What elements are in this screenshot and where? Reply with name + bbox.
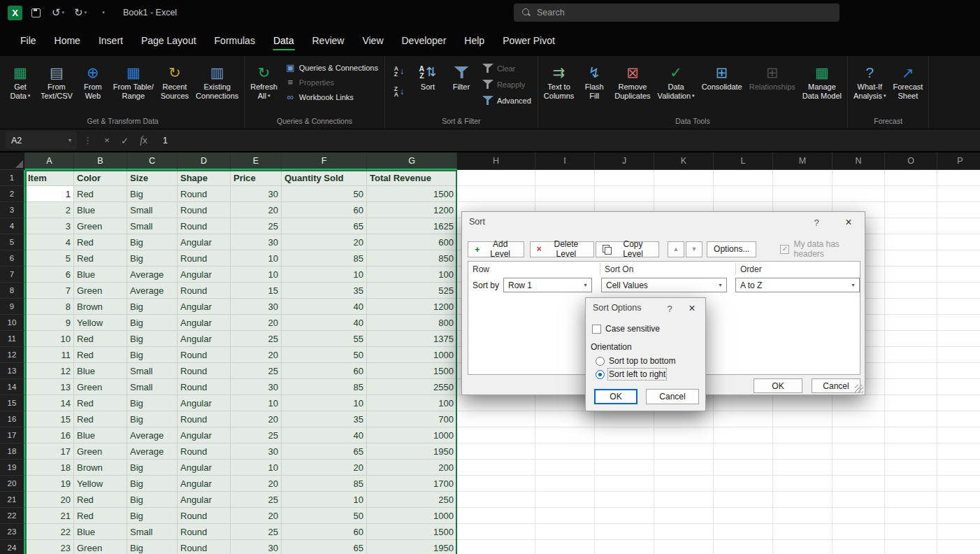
flash-fill-button[interactable]: ↯FlashFill bbox=[578, 57, 610, 113]
sort-options-ok-button[interactable]: OK bbox=[594, 389, 637, 404]
cancel-icon[interactable]: × bbox=[99, 135, 115, 145]
cell-F9[interactable]: 40 bbox=[282, 299, 367, 315]
column-header-A[interactable]: A bbox=[25, 152, 74, 170]
cell-H20[interactable] bbox=[457, 476, 535, 492]
cell-E13[interactable]: 25 bbox=[231, 363, 282, 379]
cell-E14[interactable]: 30 bbox=[231, 379, 282, 395]
cell-G12[interactable]: 1000 bbox=[367, 347, 457, 363]
cell-C20[interactable]: Big bbox=[127, 476, 178, 492]
cell-P12[interactable] bbox=[937, 347, 980, 363]
cell-F24[interactable]: 65 bbox=[282, 540, 367, 554]
cell-I19[interactable] bbox=[535, 460, 595, 476]
cell-C19[interactable]: Big bbox=[127, 460, 178, 476]
cell-A6[interactable]: 5 bbox=[25, 250, 74, 267]
row-header-23[interactable]: 23 bbox=[0, 524, 25, 540]
cell-K22[interactable] bbox=[654, 508, 714, 524]
cell-B23[interactable]: Blue bbox=[74, 524, 127, 540]
existing-connections-button[interactable]: ▥ExistingConnections bbox=[193, 57, 241, 113]
cell-C13[interactable]: Small bbox=[127, 363, 178, 379]
from-table-range-button[interactable]: ▦From Table/Range bbox=[110, 57, 157, 113]
cell-F11[interactable]: 55 bbox=[282, 331, 367, 347]
cell-B15[interactable]: Red bbox=[74, 395, 127, 411]
cell-O14[interactable] bbox=[885, 379, 937, 395]
cell-D11[interactable]: Angular bbox=[178, 331, 231, 347]
cell-A12[interactable]: 11 bbox=[25, 347, 74, 363]
sort-options-cancel-button[interactable]: Cancel bbox=[646, 389, 699, 404]
cell-D22[interactable]: Round bbox=[178, 508, 231, 524]
cell-C9[interactable]: Big bbox=[127, 299, 178, 315]
cell-L2[interactable] bbox=[714, 186, 773, 202]
cell-F5[interactable]: 20 bbox=[282, 234, 367, 250]
cell-P1[interactable] bbox=[937, 170, 980, 186]
cell-O13[interactable] bbox=[885, 363, 937, 379]
row-header-7[interactable]: 7 bbox=[0, 267, 25, 283]
cell-P19[interactable] bbox=[937, 460, 980, 476]
cell-A18[interactable]: 17 bbox=[25, 443, 74, 460]
cell-P15[interactable] bbox=[937, 395, 980, 411]
row-header-16[interactable]: 16 bbox=[0, 411, 25, 427]
enter-icon[interactable]: ✓ bbox=[115, 135, 134, 146]
cell-A16[interactable]: 15 bbox=[25, 411, 74, 427]
cell-H15[interactable] bbox=[457, 395, 535, 411]
cell-P3[interactable] bbox=[937, 202, 980, 218]
cell-O21[interactable] bbox=[885, 492, 937, 508]
cell-C17[interactable]: Average bbox=[127, 427, 178, 443]
cell-F2[interactable]: 50 bbox=[282, 186, 367, 202]
add-level-button[interactable]: +Add Level bbox=[468, 241, 524, 257]
column-header-C[interactable]: C bbox=[127, 152, 178, 170]
search-box[interactable]: Search bbox=[514, 3, 840, 22]
cell-B10[interactable]: Yellow bbox=[74, 315, 127, 331]
cell-E11[interactable]: 25 bbox=[231, 331, 282, 347]
cell-O19[interactable] bbox=[885, 460, 937, 476]
manage-data-model-button[interactable]: ▦ManageData Model bbox=[800, 57, 844, 113]
cell-M23[interactable] bbox=[773, 524, 833, 540]
tab-file[interactable]: File bbox=[11, 30, 45, 51]
cell-O8[interactable] bbox=[885, 283, 937, 299]
cell-A4[interactable]: 3 bbox=[25, 218, 74, 234]
cell-P14[interactable] bbox=[937, 379, 980, 395]
cell-B22[interactable]: Red bbox=[74, 508, 127, 524]
cell-M19[interactable] bbox=[773, 460, 833, 476]
cell-B20[interactable]: Yellow bbox=[74, 476, 127, 492]
cell-O11[interactable] bbox=[885, 331, 937, 347]
cell-G22[interactable]: 1000 bbox=[367, 508, 457, 524]
cell-B14[interactable]: Green bbox=[74, 379, 127, 395]
cell-A9[interactable]: 8 bbox=[25, 299, 74, 315]
move-level-up-button[interactable]: ▲ bbox=[668, 241, 684, 257]
cell-O2[interactable] bbox=[885, 186, 937, 202]
consolidate-button[interactable]: ⊞Consolidate bbox=[699, 57, 745, 113]
cell-F22[interactable]: 50 bbox=[282, 508, 367, 524]
row-header-2[interactable]: 2 bbox=[0, 186, 25, 202]
redo-button[interactable]: ↻▾ bbox=[71, 3, 89, 22]
cell-C4[interactable]: Small bbox=[127, 218, 178, 234]
cell-A17[interactable]: 16 bbox=[25, 427, 74, 443]
cell-N2[interactable] bbox=[833, 186, 885, 202]
cell-N15[interactable] bbox=[833, 395, 885, 411]
cell-E16[interactable]: 20 bbox=[231, 411, 282, 427]
cell-A5[interactable]: 4 bbox=[25, 234, 74, 250]
undo-button[interactable]: ↺▾ bbox=[49, 3, 67, 22]
row-header-12[interactable]: 12 bbox=[0, 347, 25, 363]
cell-M15[interactable] bbox=[773, 395, 833, 411]
cell-C11[interactable]: Big bbox=[127, 331, 178, 347]
tab-developer[interactable]: Developer bbox=[393, 30, 456, 51]
cell-P7[interactable] bbox=[937, 267, 980, 283]
cell-B19[interactable]: Brown bbox=[74, 460, 127, 476]
cell-E12[interactable]: 20 bbox=[231, 347, 282, 363]
cell-F12[interactable]: 50 bbox=[282, 347, 367, 363]
column-header-L[interactable]: L bbox=[714, 152, 773, 170]
cell-G13[interactable]: 1500 bbox=[367, 363, 457, 379]
tab-data[interactable]: Data bbox=[264, 30, 303, 51]
cell-P10[interactable] bbox=[937, 315, 980, 331]
cell-I1[interactable] bbox=[535, 170, 595, 186]
cell-D6[interactable]: Round bbox=[178, 250, 231, 267]
cell-O24[interactable] bbox=[885, 540, 937, 554]
close-button[interactable]: × bbox=[682, 301, 702, 315]
cell-M1[interactable] bbox=[773, 170, 833, 186]
cell-O1[interactable] bbox=[885, 170, 937, 186]
cell-E7[interactable]: 10 bbox=[231, 267, 282, 283]
cell-L15[interactable] bbox=[714, 395, 773, 411]
row-header-13[interactable]: 13 bbox=[0, 363, 25, 379]
cell-E21[interactable]: 25 bbox=[231, 492, 282, 508]
row-header-9[interactable]: 9 bbox=[0, 299, 25, 315]
